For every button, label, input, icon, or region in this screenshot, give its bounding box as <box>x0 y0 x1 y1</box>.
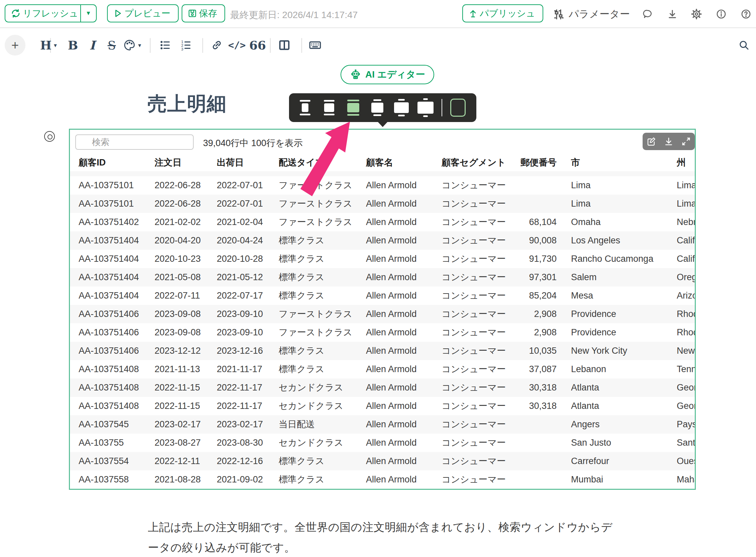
chevron-down-icon: ▼ <box>137 42 142 48</box>
link-button[interactable] <box>208 35 225 55</box>
bullet-list-button[interactable] <box>157 35 174 55</box>
table-cell: 2023-09-08 <box>153 305 216 323</box>
columns-icon <box>278 38 291 52</box>
columns-button[interactable] <box>276 35 293 55</box>
table-cell: Lima <box>557 176 673 195</box>
sales-table-block[interactable]: 39,040行中 100行を表示 顧客ID注文日出荷日配送タイプ顧客名顧客セグメ… <box>69 129 696 490</box>
table-cell <box>517 195 557 213</box>
save-button[interactable]: 保存 <box>181 4 225 22</box>
width-large-button[interactable] <box>369 98 385 117</box>
width-xsmall-button[interactable] <box>297 98 313 117</box>
table-cell: 2022-11-15 <box>153 397 216 415</box>
table-cell: コンシューマー <box>441 434 517 452</box>
table-cell: Allen Armold <box>365 268 441 287</box>
numbered-list-button[interactable]: 123 <box>177 35 195 55</box>
table-row: AA-10375582021-08-282021-09-02標準クラスAllen… <box>70 470 696 489</box>
last-updated-text: 最終更新日: 2026/4/1 14:17:47 <box>230 9 358 21</box>
table-cell: Lima <box>673 176 696 195</box>
column-header[interactable]: 注文日 <box>153 154 216 171</box>
search-icon[interactable] <box>735 35 753 55</box>
add-block-button[interactable]: + <box>5 35 25 56</box>
robot-icon <box>350 69 361 80</box>
table-cell: Georgia <box>673 378 696 397</box>
table-cell: San Justo <box>557 434 673 452</box>
block-handle-icon[interactable] <box>44 131 55 142</box>
column-header[interactable]: 顧客セグメント <box>441 154 517 171</box>
download-icon[interactable] <box>664 137 674 146</box>
table-cell: Allen Armold <box>365 415 441 434</box>
table-cell: Allen Armold <box>365 378 441 397</box>
strikethrough-button[interactable]: S <box>103 35 120 55</box>
keyboard-icon <box>308 38 322 52</box>
column-header[interactable]: 市 <box>557 154 673 171</box>
bullet-list-icon <box>159 39 172 52</box>
table-search-input[interactable] <box>75 135 194 150</box>
column-header[interactable]: 顧客ID <box>70 154 153 171</box>
numbered-list-icon: 123 <box>179 39 192 52</box>
expand-icon[interactable] <box>681 137 691 146</box>
column-header[interactable]: 出荷日 <box>216 154 278 171</box>
info-icon[interactable] <box>715 8 727 20</box>
width-small-button[interactable] <box>321 98 337 117</box>
edit-icon[interactable] <box>646 137 656 146</box>
frame-option-button[interactable] <box>450 99 466 117</box>
table-cell: AA-103751404 <box>70 250 153 268</box>
table-body[interactable]: AA-103751012022-06-282022-07-01ファーストクラスA… <box>70 176 695 489</box>
quote-button[interactable]: 66 <box>249 35 266 55</box>
table-cell: コンシューマー <box>441 323 517 342</box>
table-cell: 2021-05-12 <box>216 268 278 287</box>
table-cell: New York City <box>557 342 673 360</box>
help-icon[interactable] <box>740 8 752 20</box>
refresh-button[interactable]: リフレッシュ ▼ <box>5 4 97 22</box>
ai-editor-button[interactable]: AI エディター <box>340 65 434 84</box>
table-cell: AA-1037558 <box>70 470 153 489</box>
keyboard-button[interactable] <box>306 35 324 55</box>
table-cell <box>517 176 557 195</box>
comment-icon[interactable] <box>642 8 654 20</box>
strikethrough-icon: S <box>108 38 116 52</box>
table-cell: 2021-08-28 <box>153 470 216 489</box>
width-full-button[interactable] <box>418 98 433 117</box>
table-cell: 当日配送 <box>278 415 365 434</box>
column-header[interactable]: 顧客名 <box>365 154 441 171</box>
gear-icon[interactable] <box>691 8 702 20</box>
table-cell: AA-103751406 <box>70 323 153 342</box>
table-cell: 2022-07-17 <box>216 287 278 305</box>
table-cell: 2023-08-27 <box>153 434 216 452</box>
text-color-button[interactable]: ▼ <box>123 35 142 55</box>
refresh-icon <box>5 8 21 19</box>
quote-icon: 66 <box>249 38 266 52</box>
table-cell: Pays de la Loire <box>673 415 696 434</box>
table-cell: 85,204 <box>517 287 557 305</box>
bold-button[interactable]: B <box>64 35 82 55</box>
table-cell: Providence <box>557 323 673 342</box>
table-cell: 97,301 <box>517 268 557 287</box>
publish-button[interactable]: パブリッシュ <box>462 4 543 22</box>
column-header[interactable]: 郵便番号 <box>517 154 557 171</box>
width-medium-button-selected[interactable] <box>345 98 361 117</box>
table-cell: コンシューマー <box>441 213 517 231</box>
table-row: AA-1037514042020-10-232020-10-28標準クラスAll… <box>70 250 696 268</box>
table-cell: 2021-05-08 <box>153 268 216 287</box>
download-icon[interactable] <box>666 8 678 20</box>
heading-button[interactable]: H ▼ <box>40 35 58 55</box>
table-cell: 標準クラス <box>278 287 365 305</box>
width-xlarge-button[interactable] <box>393 98 410 117</box>
table-cell: Allen Armold <box>365 360 441 378</box>
column-header[interactable]: 州 <box>673 154 696 171</box>
table-cell: 2022-07-01 <box>216 171 278 176</box>
code-button[interactable]: </> <box>228 35 246 55</box>
parameters-label: パラメーター <box>569 7 630 21</box>
table-cell: Allen Armold <box>365 287 441 305</box>
refresh-dropdown-button[interactable]: ▼ <box>80 5 96 22</box>
preview-button[interactable]: プレビュー <box>107 4 179 22</box>
column-header[interactable]: 配送タイプ <box>278 154 365 171</box>
svg-text:3: 3 <box>181 47 183 51</box>
italic-button[interactable]: I <box>84 35 101 55</box>
table-cell: 2022-12-11 <box>153 452 216 470</box>
parameters-button[interactable]: パラメーター <box>553 7 630 21</box>
table-cell: 標準クラス <box>278 250 365 268</box>
table-cell: AA-103751408 <box>70 397 153 415</box>
color-palette-icon <box>123 39 136 52</box>
sliders-icon <box>553 8 565 20</box>
